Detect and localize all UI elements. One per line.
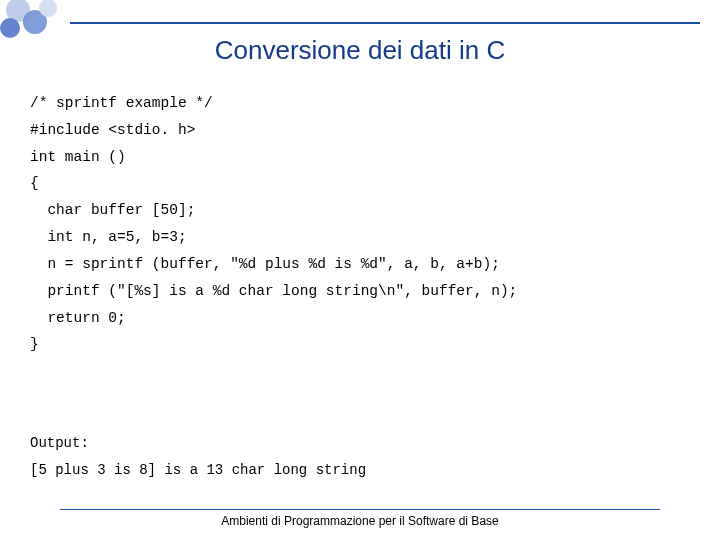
footer-text: Ambienti di Programmazione per il Softwa… [0,514,720,528]
output-text: [5 plus 3 is 8] is a 13 char long string [30,462,366,478]
corner-decoration [0,0,70,40]
output-label: Output: [30,435,89,451]
code-example: /* sprintf example */ #include <stdio. h… [30,90,690,358]
top-divider [70,22,700,24]
output-section: Output: [5 plus 3 is 8] is a 13 char lon… [30,430,690,483]
footer-divider [60,509,660,510]
slide-title: Conversione dei dati in C [0,35,720,66]
